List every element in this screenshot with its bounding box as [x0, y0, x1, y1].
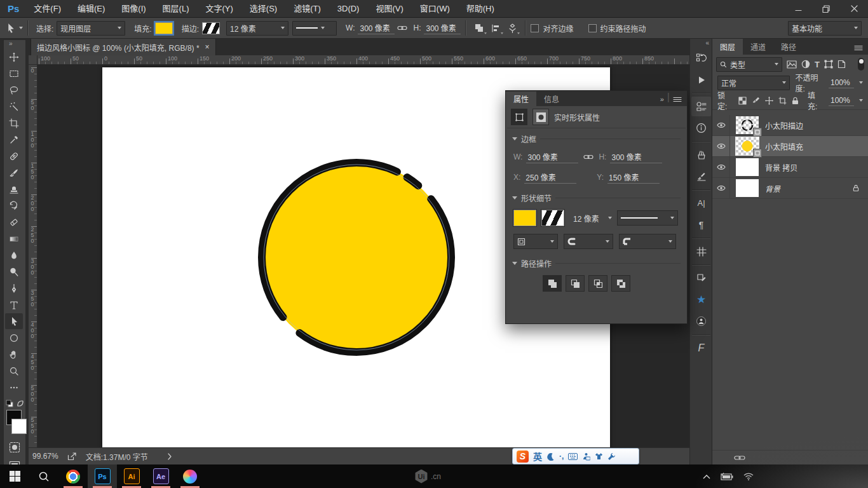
lock-transparency-icon[interactable] — [738, 97, 747, 105]
lock-all-icon[interactable] — [792, 97, 799, 105]
move-tool[interactable] — [5, 49, 23, 65]
select-mode-dropdown[interactable]: 现用图层 — [57, 21, 125, 36]
combine-shapes-button[interactable] — [543, 275, 562, 292]
layer-name[interactable]: 背景 拷贝 — [765, 162, 797, 173]
y-field[interactable]: 150 像素 — [607, 171, 660, 184]
stroke-width-dropdown[interactable]: 12 像素 — [226, 21, 288, 36]
document-tab[interactable]: 描边风格小图标 @ 100% (小太阳填充, RGB/8) * × — [31, 38, 216, 55]
tab-channels[interactable]: 通道 — [743, 39, 773, 55]
opacity-field[interactable]: 100% — [829, 78, 854, 88]
taskbar-aftereffects-icon[interactable]: Ae — [146, 464, 175, 488]
path-selection-tool[interactable] — [5, 313, 23, 329]
h-field[interactable]: 300 像素 — [610, 151, 662, 163]
live-shape-icon[interactable] — [511, 109, 527, 125]
taskbar-chrome-icon[interactable] — [58, 464, 88, 488]
zoom-level-field[interactable]: 99.67% — [32, 452, 58, 461]
menu-item[interactable]: 编辑(E) — [69, 1, 113, 17]
skin-wardrobe-icon[interactable] — [595, 452, 603, 460]
shape-fill-swatch[interactable] — [513, 210, 536, 226]
taskbar-photoshop-icon[interactable]: Ps — [88, 464, 117, 488]
restore-button[interactable] — [812, 0, 840, 17]
sogou-logo-icon[interactable]: S — [517, 451, 529, 463]
swap-colors-icon[interactable] — [17, 400, 24, 407]
tray-chevron-up-icon[interactable] — [703, 474, 710, 479]
dodge-tool[interactable] — [5, 264, 23, 280]
vertical-ruler[interactable]: 050100150200250300350400450500550 — [29, 65, 37, 447]
gradient-tool[interactable] — [5, 231, 23, 247]
workspace-switcher-dropdown[interactable]: 基本功能 — [788, 21, 862, 36]
zoom-tool[interactable] — [5, 363, 23, 379]
blend-mode-dropdown[interactable]: 正常 — [717, 76, 790, 90]
menu-item[interactable]: 选择(S) — [241, 1, 285, 17]
menu-item[interactable]: 文件(F) — [25, 1, 69, 17]
height-input[interactable]: 300 像素 — [424, 22, 461, 34]
expand-panels-chevron[interactable]: « — [705, 39, 709, 46]
layer-row-sun-fill[interactable]: 小太阳填充 — [712, 136, 868, 157]
layer-thumbnail[interactable] — [735, 137, 760, 156]
blur-tool[interactable] — [5, 247, 23, 263]
quick-selection-tool[interactable] — [5, 98, 23, 114]
wifi-icon[interactable] — [743, 473, 754, 480]
shape-stroke-type-dropdown[interactable] — [617, 210, 678, 226]
default-colors-icon[interactable] — [6, 400, 14, 408]
horizontal-ruler[interactable]: 1005005010015020025030035040045050055060… — [37, 55, 689, 64]
export-icon[interactable] — [67, 452, 77, 461]
layer-row-background-copy[interactable]: 背景 拷贝 — [712, 157, 868, 178]
hand-tool[interactable] — [5, 346, 23, 362]
stroke-caps-dropdown[interactable] — [564, 234, 613, 249]
filter-adjustment-layers-icon[interactable] — [801, 60, 810, 69]
layer-thumbnail[interactable] — [735, 158, 760, 177]
mask-icon[interactable] — [532, 109, 549, 125]
filter-smart-objects-icon[interactable] — [837, 60, 846, 69]
path-arrangement-button[interactable] — [504, 21, 520, 35]
history-panel-icon[interactable] — [691, 48, 711, 68]
close-button[interactable] — [840, 0, 868, 17]
fill-color-swatch[interactable] — [155, 22, 173, 34]
marquee-tool[interactable] — [5, 65, 23, 81]
layer-row-sun-stroke[interactable]: 小太阳描边 — [712, 115, 868, 136]
panel-menu-icon[interactable] — [673, 97, 682, 102]
filter-type-layers-icon[interactable]: T — [815, 60, 820, 69]
path-operations-button[interactable] — [471, 21, 487, 35]
paragraph-panel-icon[interactable]: ¶ — [691, 215, 711, 234]
eyedropper-tool[interactable] — [5, 132, 23, 147]
section-bounds[interactable]: 边框 — [506, 128, 687, 147]
tab-info[interactable]: 信息 — [536, 92, 567, 106]
intersect-shapes-button[interactable] — [588, 275, 607, 292]
stroke-corners-dropdown[interactable] — [619, 234, 676, 249]
quick-mask-icon[interactable] — [9, 442, 20, 453]
battery-charging-icon[interactable] — [721, 473, 733, 480]
crop-tool[interactable] — [5, 115, 23, 131]
shape-stroke-swatch[interactable] — [541, 210, 564, 226]
filter-pixel-layers-icon[interactable] — [787, 60, 797, 69]
stroke-type-dropdown[interactable] — [292, 21, 337, 36]
adobe-color-panel-icon[interactable] — [691, 311, 711, 331]
taskbar-illustrator-icon[interactable]: Ai — [117, 464, 146, 488]
menu-item[interactable]: 图层(L) — [154, 1, 198, 17]
tab-close-icon[interactable]: × — [205, 43, 210, 51]
layer-row-background[interactable]: 背景 — [712, 178, 868, 199]
edit-toolbar-ellipsis[interactable] — [5, 379, 23, 395]
favorites-star-icon[interactable]: ★ — [691, 290, 711, 309]
eraser-tool[interactable] — [5, 214, 23, 230]
filter-shape-layers-icon[interactable] — [824, 60, 833, 69]
menu-item[interactable]: 3D(D) — [329, 1, 368, 17]
chevron-down-icon[interactable] — [859, 81, 863, 84]
character-panel-icon[interactable]: A| — [691, 193, 711, 213]
info-panel-icon[interactable] — [691, 118, 711, 138]
stroke-color-swatch[interactable] — [202, 22, 220, 34]
w-field[interactable]: 300 像素 — [526, 151, 578, 163]
lock-artboard-icon[interactable] — [778, 97, 787, 105]
lasso-tool[interactable] — [5, 82, 23, 98]
wrench-settings-icon[interactable] — [607, 452, 616, 461]
brush-presets-panel-icon[interactable] — [691, 166, 711, 186]
ruler-corner[interactable] — [29, 55, 37, 64]
width-input[interactable]: 300 像素 — [358, 22, 395, 34]
clone-source-panel-icon[interactable] — [691, 268, 711, 288]
actions-panel-icon[interactable] — [691, 70, 711, 90]
brush-tool[interactable] — [5, 165, 23, 180]
spot-healing-tool[interactable] — [5, 148, 23, 164]
pen-tool[interactable] — [5, 280, 23, 296]
x-field[interactable]: 250 像素 — [524, 171, 576, 184]
ime-language-mode[interactable]: 英 — [533, 450, 542, 463]
